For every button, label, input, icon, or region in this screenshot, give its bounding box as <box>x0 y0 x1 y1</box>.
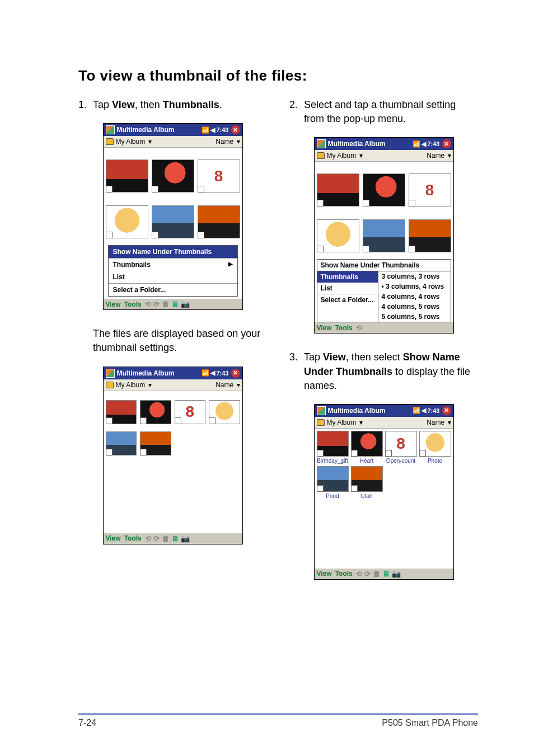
submenu-option[interactable]: 5 columns, 5 rows <box>378 312 451 322</box>
camera-icon[interactable]: 📷 <box>181 534 190 543</box>
app-title: Multimedia Album <box>328 140 411 148</box>
thumbnail[interactable] <box>106 150 148 192</box>
bottom-bar: View Tools ⟲ <box>315 322 453 333</box>
rotate-left-icon[interactable]: ⟲ <box>356 323 362 332</box>
submenu-option-selected[interactable]: • 3 columns, 4 rows <box>378 281 451 292</box>
thumbnail[interactable]: 8 <box>175 393 206 425</box>
thumbnail[interactable] <box>419 431 451 457</box>
album-dropdown[interactable]: My Album ▾ <box>116 381 152 389</box>
thumbnail[interactable] <box>409 210 451 252</box>
delete-icon[interactable]: 🗑 <box>162 300 169 308</box>
menu-select-folder[interactable]: Select a Folder... <box>109 284 237 296</box>
close-icon[interactable]: ✕ <box>442 139 451 148</box>
thumbnail[interactable] <box>351 431 383 457</box>
rotate-left-icon[interactable]: ⟲ <box>356 570 362 578</box>
signal-icon: 📶 <box>202 369 209 377</box>
menu-thumbnails[interactable]: Thumbnails <box>317 271 378 283</box>
app-title: Multimedia Album <box>117 369 200 377</box>
tools-button[interactable]: Tools <box>335 324 353 332</box>
status-icons: 📶 ◀︎ 7:43 <box>413 140 439 148</box>
close-icon[interactable]: ✕ <box>231 369 240 378</box>
album-dropdown[interactable]: My Album ▾ <box>116 138 152 145</box>
signal-icon: 📶 <box>413 407 420 414</box>
rotate-left-icon[interactable]: ⟲ <box>145 534 151 543</box>
view-button[interactable]: View <box>317 570 332 577</box>
right-column: 2. Select and tap a thumbnail setting fr… <box>289 98 478 597</box>
thumbnail[interactable] <box>106 425 137 456</box>
camera-icon[interactable]: 📷 <box>392 570 401 578</box>
thumbnail[interactable] <box>106 196 148 238</box>
clock-text: 7:43 <box>427 407 439 414</box>
thumbnail[interactable]: 8 <box>409 164 451 206</box>
thumbnail[interactable] <box>198 196 240 238</box>
thumbnail-area: 8 Show Name Under Thumbnails Thumbnails … <box>315 162 453 322</box>
menu-select-folder[interactable]: Select a Folder... <box>317 294 378 306</box>
bottom-bar: View Tools ⟲ ⟳ 🗑 🖥 📷 <box>104 299 242 309</box>
thumbnail-area: Birthday_gift Heart 8Open-count Photo Po… <box>315 429 453 569</box>
sort-dropdown[interactable]: Name ▾ <box>216 138 240 145</box>
thumbnail[interactable] <box>317 466 349 492</box>
rotate-right-icon[interactable]: ⟳ <box>153 534 160 543</box>
display-icon[interactable]: 🖥 <box>382 570 390 578</box>
menu-show-name[interactable]: Show Name Under Thumbnails <box>317 259 451 271</box>
page-number: 7-24 <box>78 718 96 728</box>
thumbnail[interactable] <box>317 431 349 457</box>
view-button[interactable]: View <box>106 300 121 308</box>
rotate-right-icon[interactable]: ⟳ <box>153 300 160 308</box>
clock-text: 7:43 <box>216 370 228 377</box>
thumbnail[interactable]: 8 <box>385 431 417 457</box>
display-icon[interactable]: 🖥 <box>171 534 179 543</box>
thumbnail[interactable] <box>140 393 171 425</box>
section-title: To view a thumbnail of the files: <box>78 67 478 84</box>
view-button[interactable]: View <box>317 324 332 332</box>
submenu-option[interactable]: 4 columns, 5 rows <box>378 302 451 312</box>
thumbnail[interactable] <box>363 210 405 252</box>
thumbnail[interactable] <box>209 393 240 425</box>
sort-dropdown[interactable]: Name ▾ <box>427 419 451 426</box>
sort-dropdown[interactable]: Name ▾ <box>216 381 240 389</box>
thumbnail[interactable]: 8 <box>198 150 240 192</box>
toolbar: My Album ▾ Name ▾ <box>104 136 242 148</box>
thumbnail[interactable] <box>140 425 171 456</box>
thumbnail[interactable] <box>317 210 359 252</box>
rotate-right-icon[interactable]: ⟳ <box>364 570 371 578</box>
menu-list[interactable]: List <box>109 271 237 283</box>
submenu-option[interactable]: 4 columns, 4 rows <box>378 292 451 302</box>
thumbnail[interactable] <box>152 150 194 192</box>
thumbnail[interactable] <box>351 466 383 492</box>
signal-icon: 📶 <box>413 140 420 148</box>
close-icon[interactable]: ✕ <box>442 406 451 415</box>
menu-thumbnails[interactable]: Thumbnails▶ <box>109 259 237 271</box>
sort-dropdown[interactable]: Name ▾ <box>427 152 451 159</box>
status-icons: 📶 ◀︎ 7:43 <box>413 407 439 414</box>
tools-button[interactable]: Tools <box>335 570 353 577</box>
screenshot-3: Multimedia Album 📶 ◀︎ 7:43 ✕ My Album ▾ … <box>103 367 243 544</box>
thumbnail[interactable] <box>317 164 359 206</box>
album-dropdown[interactable]: My Album ▾ <box>327 419 363 426</box>
left-column: 1. Tap View, then Thumbnails. Multimedia… <box>78 98 267 597</box>
status-icons: 📶 ◀︎ 7:43 <box>202 369 228 377</box>
step-body: Tap View, then select Show Name Under Th… <box>304 350 478 393</box>
toolbar-icons: ⟲ ⟳ 🗑 🖥 📷 <box>356 570 401 578</box>
delete-icon[interactable]: 🗑 <box>373 570 380 578</box>
clock-text: 7:43 <box>216 126 228 133</box>
page-footer: 7-24 P505 Smart PDA Phone <box>0 713 534 728</box>
step-number: 3. <box>289 350 304 393</box>
screenshot-2: Multimedia Album 📶 ◀︎ 7:43 ✕ My Album ▾ … <box>314 137 454 334</box>
rotate-left-icon[interactable]: ⟲ <box>145 300 151 308</box>
camera-icon[interactable]: 📷 <box>181 300 190 308</box>
display-icon[interactable]: 🖥 <box>171 300 179 308</box>
menu-show-name[interactable]: Show Name Under Thumbnails <box>109 246 237 258</box>
delete-icon[interactable]: 🗑 <box>162 534 169 543</box>
thumbnail[interactable] <box>363 164 405 206</box>
tools-button[interactable]: Tools <box>124 300 142 308</box>
view-button[interactable]: View <box>106 534 121 542</box>
tools-button[interactable]: Tools <box>124 534 142 542</box>
titlebar: Multimedia Album 📶 ◀︎ 7:43 ✕ <box>315 405 453 417</box>
thumbnail[interactable] <box>106 393 137 425</box>
thumbnail[interactable] <box>152 196 194 238</box>
album-dropdown[interactable]: My Album ▾ <box>327 152 363 159</box>
submenu-option[interactable]: 3 columns, 3 rows <box>378 271 451 281</box>
menu-list[interactable]: List <box>317 283 378 294</box>
close-icon[interactable]: ✕ <box>231 125 240 134</box>
